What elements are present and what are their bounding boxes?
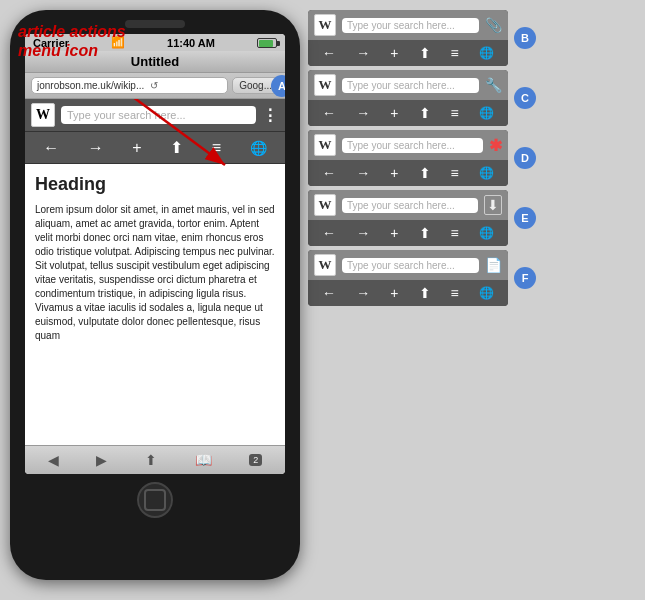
- variant-e-search-input[interactable]: Type your search here...: [342, 198, 478, 213]
- wifi-icon: 📶: [111, 36, 125, 49]
- article-body: Lorem ipsum dolor sit amet, in amet maur…: [35, 203, 275, 343]
- nav-forward-button[interactable]: ▶: [96, 452, 107, 468]
- bottom-nav: ◀ ▶ ⬆ 📖 2: [25, 445, 285, 474]
- vc-globe[interactable]: 🌐: [479, 106, 494, 120]
- vf-add[interactable]: +: [390, 285, 398, 301]
- article-actions-menu-icon[interactable]: ⋮: [262, 106, 279, 125]
- vc-share[interactable]: ⬆: [419, 105, 431, 121]
- paperclip-icon[interactable]: 📎: [485, 17, 502, 33]
- vf-globe[interactable]: 🌐: [479, 286, 494, 300]
- share-button[interactable]: ⬆: [170, 138, 183, 157]
- variant-b-toolbar: ← → + ⬆ ≡ 🌐: [308, 40, 508, 66]
- variant-d-row: W Type your search here... ✱ ← → + ⬆ ≡ 🌐…: [308, 130, 635, 186]
- variant-f-wiki-logo: W: [314, 254, 336, 276]
- reload-icon[interactable]: ↺: [150, 80, 158, 91]
- vd-back[interactable]: ←: [322, 165, 336, 181]
- tab-count-badge[interactable]: 2: [249, 454, 262, 466]
- variant-c-wiki-logo: W: [314, 74, 336, 96]
- page-title: Untitled: [131, 54, 179, 69]
- variant-e-wiki-logo: W: [314, 194, 336, 216]
- url-text: jonrobson.me.uk/wikip...: [37, 80, 144, 91]
- variant-f-widget: W Type your search here... 📄 ← → + ⬆ ≡ 🌐: [308, 250, 508, 306]
- forward-button[interactable]: →: [88, 139, 104, 157]
- variant-f-row: W Type your search here... 📄 ← → + ⬆ ≡ 🌐…: [308, 250, 635, 306]
- variant-e-search-bar[interactable]: W Type your search here... ⬇: [308, 190, 508, 220]
- variant-c-search-input[interactable]: Type your search here...: [342, 78, 479, 93]
- variant-f-search-bar[interactable]: W Type your search here... 📄: [308, 250, 508, 280]
- variant-e-row: W Type your search here... ⬇ ← → + ⬆ ≡ 🌐…: [308, 190, 635, 246]
- wiki-search-input[interactable]: Type your search here...: [61, 106, 256, 124]
- ve-list[interactable]: ≡: [451, 225, 459, 241]
- variant-d-widget: W Type your search here... ✱ ← → + ⬆ ≡ 🌐: [308, 130, 508, 186]
- vd-list[interactable]: ≡: [451, 165, 459, 181]
- url-bar[interactable]: jonrobson.me.uk/wikip... ↺ Goog... A: [25, 73, 285, 99]
- variant-b-wiki-logo: W: [314, 14, 336, 36]
- variant-b-search-input[interactable]: Type your search here...: [342, 18, 479, 33]
- vb-add[interactable]: +: [390, 45, 398, 61]
- variant-b-search-bar[interactable]: W Type your search here... 📎: [308, 10, 508, 40]
- globe-button[interactable]: 🌐: [250, 140, 267, 156]
- article-heading: Heading: [35, 172, 275, 197]
- vc-forward[interactable]: →: [356, 105, 370, 121]
- variant-e-widget: W Type your search here... ⬇ ← → + ⬆ ≡ 🌐: [308, 190, 508, 246]
- vc-back[interactable]: ←: [322, 105, 336, 121]
- article-content: Heading Lorem ipsum dolor sit amet, in a…: [25, 164, 285, 445]
- vb-globe[interactable]: 🌐: [479, 46, 494, 60]
- variant-b-row: W Type your search here... 📎 ← → + ⬆ ≡ 🌐…: [308, 10, 635, 66]
- variant-c-search-bar[interactable]: W Type your search here... 🔧: [308, 70, 508, 100]
- variant-b-widget: W Type your search here... 📎 ← → + ⬆ ≡ 🌐: [308, 10, 508, 66]
- vb-list[interactable]: ≡: [451, 45, 459, 61]
- variant-c-row: W Type your search here... 🔧 ← → + ⬆ ≡ 🌐…: [308, 70, 635, 126]
- label-c: C: [514, 87, 536, 109]
- battery-icon: [257, 38, 277, 48]
- ve-forward[interactable]: →: [356, 225, 370, 241]
- nav-bookmarks-button[interactable]: 📖: [195, 452, 212, 468]
- asterisk-icon[interactable]: ✱: [489, 136, 502, 155]
- document-icon[interactable]: 📄: [485, 257, 502, 273]
- phone-screen: Carrier 📶 11:40 AM Untitled jonrobson.me…: [25, 34, 285, 474]
- ve-share[interactable]: ⬆: [419, 225, 431, 241]
- vf-forward[interactable]: →: [356, 285, 370, 301]
- vc-list[interactable]: ≡: [451, 105, 459, 121]
- nav-back-button[interactable]: ◀: [48, 452, 59, 468]
- variant-f-toolbar: ← → + ⬆ ≡ 🌐: [308, 280, 508, 306]
- time-label: 11:40 AM: [167, 37, 215, 49]
- add-button[interactable]: +: [132, 139, 141, 157]
- vd-add[interactable]: +: [390, 165, 398, 181]
- url-input[interactable]: jonrobson.me.uk/wikip... ↺: [31, 77, 228, 94]
- variant-c-widget: W Type your search here... 🔧 ← → + ⬆ ≡ 🌐: [308, 70, 508, 126]
- home-button[interactable]: [137, 482, 173, 518]
- vd-share[interactable]: ⬆: [419, 165, 431, 181]
- label-f: F: [514, 267, 536, 289]
- ve-globe[interactable]: 🌐: [479, 226, 494, 240]
- download-icon[interactable]: ⬇: [484, 195, 502, 215]
- list-button[interactable]: ≡: [212, 139, 221, 157]
- ve-back[interactable]: ←: [322, 225, 336, 241]
- vb-forward[interactable]: →: [356, 45, 370, 61]
- search-placeholder: Type your search here...: [67, 109, 186, 121]
- vc-add[interactable]: +: [390, 105, 398, 121]
- vf-back[interactable]: ←: [322, 285, 336, 301]
- wikipedia-logo: W: [31, 103, 55, 127]
- wiki-search-bar[interactable]: W Type your search here... ⋮: [25, 99, 285, 132]
- back-button[interactable]: ←: [43, 139, 59, 157]
- right-panel: W Type your search here... 📎 ← → + ⬆ ≡ 🌐…: [300, 10, 635, 306]
- vf-share[interactable]: ⬆: [419, 285, 431, 301]
- vb-back[interactable]: ←: [322, 45, 336, 61]
- ve-add[interactable]: +: [390, 225, 398, 241]
- variant-d-wiki-logo: W: [314, 134, 336, 156]
- variant-f-search-input[interactable]: Type your search here...: [342, 258, 479, 273]
- variant-d-search-bar[interactable]: W Type your search here... ✱: [308, 130, 508, 160]
- vd-forward[interactable]: →: [356, 165, 370, 181]
- title-bar: Untitled: [25, 51, 285, 73]
- vd-globe[interactable]: 🌐: [479, 166, 494, 180]
- wrench-icon[interactable]: 🔧: [485, 77, 502, 93]
- label-b: B: [514, 27, 536, 49]
- variant-d-search-input[interactable]: Type your search here...: [342, 138, 483, 153]
- vf-list[interactable]: ≡: [451, 285, 459, 301]
- battery-fill: [259, 40, 273, 47]
- vb-share[interactable]: ⬆: [419, 45, 431, 61]
- carrier-label: Carrier: [33, 37, 69, 49]
- phone-toolbar: ← → + ⬆ ≡ 🌐: [25, 132, 285, 164]
- nav-share-button[interactable]: ⬆: [145, 452, 157, 468]
